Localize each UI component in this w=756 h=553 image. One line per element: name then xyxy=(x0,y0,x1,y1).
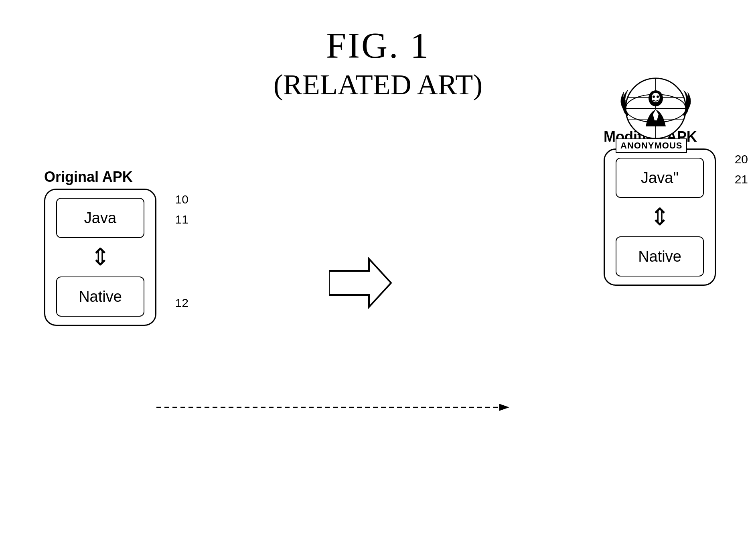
ref-21: 21 xyxy=(735,173,748,186)
svg-marker-0 xyxy=(329,259,391,307)
anonymous-label: ANONYMOUS xyxy=(616,138,687,153)
native-box-modified: Native xyxy=(616,236,704,276)
anonymous-svg xyxy=(616,74,696,148)
transform-arrow xyxy=(329,257,393,311)
exchange-arrow-modified: ⇕ xyxy=(650,205,670,229)
original-apk-box: Java ⇕ Native xyxy=(44,189,156,326)
dashed-arrow-native xyxy=(156,401,517,413)
modified-apk-box: Java" ⇕ Native xyxy=(604,148,716,286)
ref-11: 11 xyxy=(175,213,188,226)
java-box-original: Java xyxy=(56,198,144,238)
fig-title: FIG. 1 xyxy=(0,24,756,67)
ref-10: 10 xyxy=(175,193,188,206)
modified-apk-container: Modified APK xyxy=(604,128,716,286)
svg-point-11 xyxy=(653,96,655,98)
ref-20: 20 xyxy=(735,152,748,166)
native-box-original: Native xyxy=(56,276,144,317)
original-apk-container: Original APK Java ⇕ Native 10 11 12 xyxy=(44,169,156,326)
original-apk-label: Original APK xyxy=(44,169,156,185)
ref-12: 12 xyxy=(175,296,188,310)
svg-point-12 xyxy=(657,96,659,98)
diagram-area: Original APK Java ⇕ Native 10 11 12 xyxy=(0,128,756,530)
java-box-modified: Java" xyxy=(616,158,704,198)
exchange-arrow-original: ⇕ xyxy=(90,245,110,269)
